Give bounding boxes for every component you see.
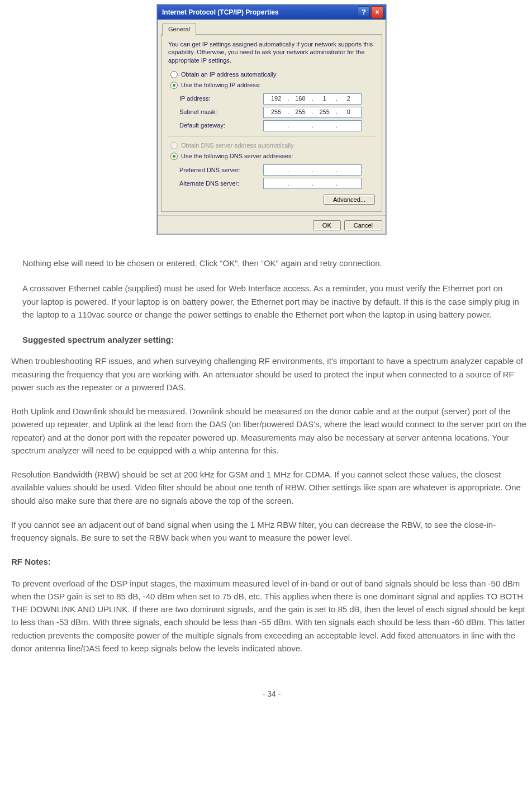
section-heading: RF Notes: [6,555,532,568]
ok-button[interactable]: OK [313,220,341,230]
paragraph: Nothing else will need to be chosen or e… [6,257,532,269]
dns-fields: Preferred DNS server: . . . Alternate DN… [179,164,375,189]
ip-address-label: IP address: [179,94,263,103]
radio-use-ip[interactable]: Use the following IP address: [170,81,375,90]
alternate-dns-label: Alternate DNS server: [179,179,263,188]
paragraph: When troubleshooting RF issues, and when… [6,354,532,394]
paragraph: If you cannot see an adjacent out of ban… [6,518,532,545]
page-number: - 34 - [6,688,532,701]
radio-label: Use the following IP address: [181,81,260,90]
dialog-title: Internet Protocol (TCP/IP) Properties [162,7,357,18]
help-icon[interactable]: ? [358,6,370,18]
paragraph: Both Uplink and Downlink should be measu… [6,405,532,457]
subnet-mask-label: Subnet mask: [179,107,263,117]
radio-label: Obtain DNS server address automatically [181,141,294,150]
paragraph: A crossover Ethernet cable (supplied) mu… [6,282,532,321]
default-gateway-input[interactable]: . . . [263,120,362,131]
radio-icon [170,82,178,89]
radio-use-dns[interactable]: Use the following DNS server addresses: [170,152,375,161]
radio-icon [170,71,178,78]
dialog-footer: OK Cancel [158,215,386,234]
radio-label: Obtain an IP address automatically [181,70,276,79]
dialog-body: General You can get IP settings assigned… [158,20,386,215]
close-icon[interactable]: × [371,6,383,18]
tab-strip: General [161,22,382,35]
intro-text: You can get IP settings assigned automat… [168,40,375,64]
default-gateway-label: Default gateway: [179,121,263,130]
radio-icon [170,153,178,160]
paragraph: Resolution Bandwidth (RBW) should be set… [6,468,532,507]
section-heading: Suggested spectrum analyzer setting: [6,333,532,346]
ip-address-input[interactable]: 192. 168. 1. 2 [263,93,362,105]
general-panel: You can get IP settings assigned automat… [161,35,382,212]
subnet-mask-input[interactable]: 255. 255. 255. 0 [263,107,362,118]
radio-obtain-dns: Obtain DNS server address automatically [170,141,375,150]
preferred-dns-input[interactable]: . . . [263,164,362,176]
cancel-button[interactable]: Cancel [344,220,382,230]
radio-icon [170,142,178,149]
alternate-dns-input[interactable]: . . . [263,178,362,189]
tab-general[interactable]: General [162,23,196,36]
ip-fields: IP address: 192. 168. 1. 2 Subnet mask: … [179,93,375,131]
preferred-dns-label: Preferred DNS server: [179,165,263,175]
dialog-titlebar: Internet Protocol (TCP/IP) Properties ? … [158,5,386,20]
tcpip-properties-dialog: Internet Protocol (TCP/IP) Properties ? … [157,4,386,234]
radio-label: Use the following DNS server addresses: [181,152,293,161]
radio-obtain-ip[interactable]: Obtain an IP address automatically [170,70,375,79]
paragraph: To prevent overload of the DSP input sta… [6,577,532,655]
advanced-button[interactable]: Advanced... [324,195,375,205]
